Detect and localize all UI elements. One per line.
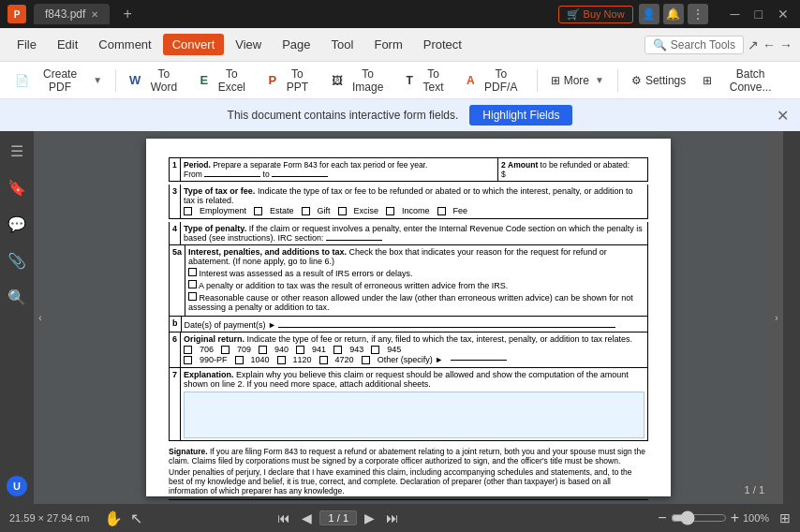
menu-file[interactable]: File [7, 34, 46, 55]
nav-prev-button[interactable]: ◀ [298, 509, 316, 527]
maximize-button[interactable]: □ [751, 7, 766, 22]
title-bar-center: 🛒 Buy Now 👤 🔔 ⋮ [138, 4, 727, 24]
settings-button[interactable]: ⚙ Settings [624, 70, 693, 91]
batch-convert-button[interactable]: ⊞ Batch Conve... [695, 64, 793, 97]
label-other: Other (specify) ► [378, 355, 443, 364]
tab[interactable]: f843.pdf ✕ [34, 4, 110, 24]
sidebar-bookmark-icon[interactable]: 🔖 [4, 175, 30, 200]
menu-form[interactable]: Form [364, 34, 411, 55]
line7-content: Explanation. Explain why you believe thi… [181, 368, 647, 440]
notification-close-button[interactable]: ✕ [777, 107, 789, 125]
zoom-in-button[interactable]: + [731, 510, 739, 526]
to-image-button[interactable]: 🖼 To Image [324, 64, 397, 97]
zoom-out-button[interactable]: − [658, 510, 666, 526]
more-button[interactable]: ⊞ More ▼ [543, 70, 612, 91]
highlight-fields-button[interactable]: Highlight Fields [469, 105, 572, 126]
checkbox-945[interactable] [371, 346, 379, 354]
checkbox-709[interactable] [221, 346, 230, 354]
new-tab-button[interactable]: + [117, 6, 137, 22]
line4-number: 4 [170, 222, 181, 244]
line7-row: 7 Explanation. Explain why you believe t… [169, 368, 648, 441]
checkbox-reasonable-cause[interactable] [188, 292, 197, 301]
to-text-icon: T [407, 74, 413, 87]
to-text-button[interactable]: T To Text [399, 64, 458, 97]
to-image-label: To Image [347, 67, 390, 94]
menu-protect[interactable]: Protect [414, 34, 471, 55]
checkbox-income[interactable] [386, 207, 394, 215]
menu-comment[interactable]: Comment [89, 34, 160, 55]
line5a-row: 5a Interest, penalties, and additions to… [169, 245, 648, 317]
zoom-slider[interactable] [671, 510, 727, 525]
checkbox-1040[interactable] [235, 356, 244, 364]
checkbox-1120[interactable] [277, 356, 286, 364]
nav-last-button[interactable]: ⏭ [382, 509, 403, 527]
line1-from-field[interactable] [204, 176, 260, 177]
checkbox-employment[interactable] [184, 207, 192, 215]
checkbox-706[interactable] [184, 346, 192, 354]
sidebar-comment-icon[interactable]: 💬 [4, 212, 30, 237]
more-options-icon[interactable]: ⋮ [688, 4, 708, 24]
menu-convert[interactable]: Convert [163, 34, 225, 55]
sidebar-menu-icon[interactable]: ☰ [7, 139, 27, 164]
page-input[interactable] [319, 510, 357, 525]
signature-main-text: Signature. If you are filing Form 843 to… [169, 447, 648, 466]
forward-button[interactable]: → [779, 37, 793, 52]
line5a-content: Interest, penalties, and additions to ta… [185, 245, 647, 316]
menu-right: 🔍 Search Tools ↗ ← → [644, 36, 793, 54]
label-4720: 4720 [335, 355, 354, 364]
to-excel-label: To Excel [212, 67, 251, 94]
close-button[interactable]: ✕ [774, 7, 793, 22]
checkbox-gift[interactable] [302, 207, 310, 215]
title-bar-left: P f843.pdf ✕ + [7, 4, 138, 24]
label-gift: Gift [318, 206, 331, 215]
checkbox-990pf[interactable] [184, 356, 192, 364]
back-button[interactable]: ← [763, 37, 776, 52]
checkbox-4720[interactable] [319, 356, 328, 364]
create-pdf-button[interactable]: 📄 Create PDF ▼ [7, 64, 110, 97]
toolbar-separator-3 [617, 69, 618, 92]
checkbox-941[interactable] [296, 346, 304, 354]
batch-convert-label: Batch Conve... [716, 67, 785, 94]
checkbox-estate[interactable] [254, 207, 262, 215]
sidebar-search-icon[interactable]: 🔍 [4, 285, 30, 310]
checkbox-other[interactable] [362, 356, 370, 364]
label-940: 940 [274, 345, 289, 354]
line7-explanation-field[interactable] [184, 392, 644, 438]
minimize-button[interactable]: ─ [727, 7, 744, 22]
line1-to-field[interactable] [272, 176, 328, 177]
to-excel-button[interactable]: E To Excel [193, 64, 259, 97]
batch-icon: ⊞ [703, 74, 712, 87]
collapse-right-button[interactable]: › [770, 131, 783, 504]
to-ppt-button[interactable]: P To PPT [260, 64, 321, 97]
checkbox-fee[interactable] [437, 207, 446, 215]
fit-page-button[interactable]: ⊞ [779, 510, 791, 525]
collapse-sidebar-button[interactable]: ‹ [34, 303, 47, 332]
checkbox-irs-errors[interactable] [188, 268, 197, 276]
nav-next-button[interactable]: ▶ [361, 509, 378, 527]
checkbox-excise[interactable] [338, 207, 347, 215]
line7-text: Explain why you believe this claim or re… [184, 370, 629, 389]
menu-page[interactable]: Page [273, 34, 319, 55]
checkbox-940[interactable] [259, 346, 267, 354]
menu-tool[interactable]: Tool [322, 34, 363, 55]
buy-now-button[interactable]: 🛒 Buy Now [558, 6, 633, 23]
nav-first-button[interactable]: ⏮ [274, 509, 294, 527]
tab-close-button[interactable]: ✕ [91, 9, 98, 20]
line5b-field[interactable] [278, 318, 615, 328]
line4-row: 4 Type of penalty. If the claim or reque… [169, 222, 648, 245]
line4-text: If the claim or request involves a penal… [184, 224, 643, 243]
other-specify-field[interactable] [451, 360, 507, 361]
checkbox-943[interactable] [333, 346, 342, 354]
sidebar-attachment-icon[interactable]: 📎 [4, 248, 30, 273]
menu-edit[interactable]: Edit [48, 34, 87, 55]
line4-irc-field[interactable] [326, 240, 382, 241]
search-tools[interactable]: 🔍 Search Tools [644, 36, 744, 54]
menu-view[interactable]: View [226, 34, 271, 55]
line2-text: to be refunded or abated: [541, 160, 630, 170]
external-link-button[interactable]: ↗ [748, 37, 759, 52]
to-pdfa-button[interactable]: A To PDF/A [459, 64, 531, 97]
line3-number: 3 [170, 185, 181, 218]
to-word-button[interactable]: W To Word [122, 64, 191, 97]
notification-icon: 🔔 [663, 4, 684, 24]
checkbox-erroneous-advice[interactable] [188, 280, 197, 288]
